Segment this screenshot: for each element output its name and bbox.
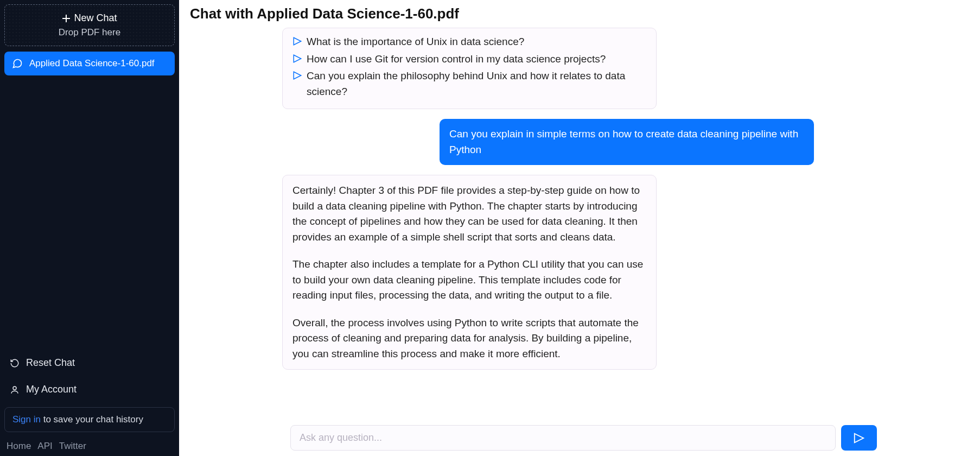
footer-home-link[interactable]: Home bbox=[7, 441, 31, 452]
footer-api-link[interactable]: API bbox=[37, 441, 52, 452]
assistant-answer-bubble: Certainly! Chapter 3 of this PDF file pr… bbox=[282, 175, 657, 370]
svg-marker-6 bbox=[855, 433, 864, 442]
signin-box: Sign in to save your chat history bbox=[4, 407, 175, 432]
svg-point-2 bbox=[13, 387, 16, 390]
svg-marker-5 bbox=[294, 72, 301, 79]
chat-scroll[interactable]: What is the importance of Unix in data s… bbox=[190, 28, 969, 421]
question-input[interactable] bbox=[290, 425, 836, 451]
active-chat-label: Applied Data Science-1-60.pdf bbox=[29, 58, 155, 69]
suggested-question-text: How can I use Git for version control in… bbox=[307, 52, 606, 67]
send-button[interactable] bbox=[841, 425, 877, 451]
drop-pdf-label: Drop PDF here bbox=[10, 27, 169, 38]
refresh-icon bbox=[10, 358, 20, 368]
answer-paragraph: The chapter also includes a template for… bbox=[292, 257, 646, 303]
answer-paragraph: Certainly! Chapter 3 of this PDF file pr… bbox=[292, 183, 646, 245]
my-account-label: My Account bbox=[26, 384, 77, 395]
assistant-suggestions-bubble: What is the importance of Unix in data s… bbox=[282, 28, 657, 109]
suggested-question-text: What is the importance of Unix in data s… bbox=[307, 34, 524, 50]
reset-chat-label: Reset Chat bbox=[26, 357, 75, 369]
footer-links: Home API Twitter bbox=[4, 438, 175, 452]
send-icon bbox=[853, 432, 865, 444]
page-title: Chat with Applied Data Science-1-60.pdf bbox=[190, 5, 969, 22]
send-triangle-icon bbox=[292, 36, 302, 46]
sidebar-item-active-chat[interactable]: Applied Data Science-1-60.pdf bbox=[4, 52, 175, 75]
new-chat-button[interactable]: New Chat Drop PDF here bbox=[4, 4, 175, 46]
suggested-question[interactable]: What is the importance of Unix in data s… bbox=[292, 34, 646, 50]
my-account-button[interactable]: My Account bbox=[4, 376, 175, 403]
svg-marker-4 bbox=[294, 55, 301, 62]
reset-chat-button[interactable]: Reset Chat bbox=[4, 350, 175, 376]
suggested-question[interactable]: How can I use Git for version control in… bbox=[292, 52, 646, 67]
send-triangle-icon bbox=[292, 54, 302, 64]
user-message-bubble: Can you explain in simple terms on how t… bbox=[440, 119, 814, 165]
suggested-question-text: Can you explain the philosophy behind Un… bbox=[307, 68, 646, 99]
answer-paragraph: Overall, the process involves using Pyth… bbox=[292, 315, 646, 362]
send-triangle-icon bbox=[292, 71, 302, 80]
user-icon bbox=[10, 385, 20, 395]
user-message-text: Can you explain in simple terms on how t… bbox=[449, 128, 798, 155]
new-chat-label: New Chat bbox=[74, 12, 117, 24]
footer-twitter-link[interactable]: Twitter bbox=[59, 441, 86, 452]
chat-icon bbox=[12, 58, 23, 69]
sidebar: New Chat Drop PDF here Applied Data Scie… bbox=[0, 0, 179, 456]
sign-in-link[interactable]: Sign in bbox=[12, 414, 41, 425]
plus-icon bbox=[62, 14, 71, 23]
sign-in-suffix: to save your chat history bbox=[41, 414, 143, 425]
suggested-question[interactable]: Can you explain the philosophy behind Un… bbox=[292, 68, 646, 99]
main-area: Chat with Applied Data Science-1-60.pdf … bbox=[179, 0, 980, 456]
svg-marker-3 bbox=[294, 37, 301, 45]
input-row bbox=[290, 425, 877, 451]
